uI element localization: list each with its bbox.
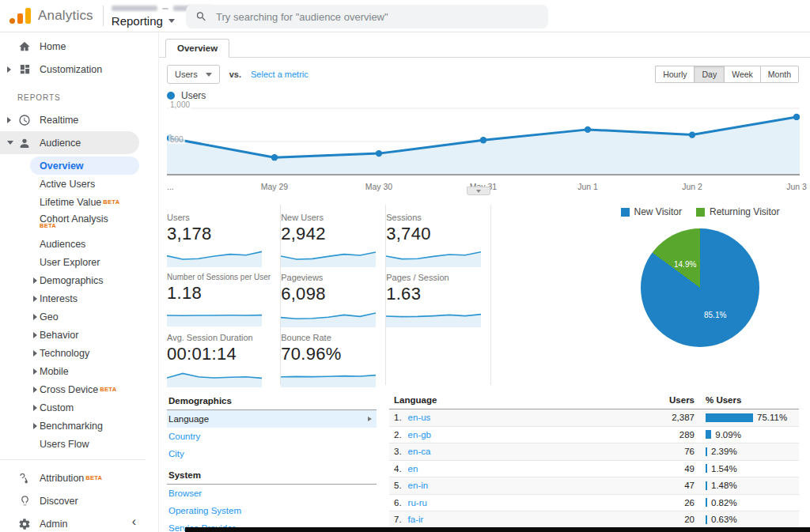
granularity-week-button[interactable]: Week xyxy=(724,66,760,83)
demo-item-operating-system[interactable]: Operating System xyxy=(167,502,377,519)
pct-label: 1.54% xyxy=(711,464,737,474)
legend-new-visitor: New Visitor xyxy=(621,206,682,217)
sidebar-item-user-explorer[interactable]: User Explorer xyxy=(0,253,158,271)
sidebar-item-label: Audience xyxy=(40,138,81,149)
demo-item-label: Browser xyxy=(168,489,202,498)
sidebar-item-technology[interactable]: Technology xyxy=(0,344,158,362)
language-link[interactable]: en-in xyxy=(408,481,429,490)
sidebar-item-attribution[interactable]: Attribution BETA xyxy=(0,466,158,489)
sidebar-item-geo[interactable]: Geo xyxy=(0,308,158,326)
sidebar-item-active-users[interactable]: Active Users xyxy=(0,175,158,193)
clock-icon xyxy=(17,113,32,127)
sparkline xyxy=(386,245,481,267)
table-row: 5.en-in 47 1.48% xyxy=(389,477,799,495)
granularity-day-button[interactable]: Day xyxy=(694,66,724,83)
sidebar-item-audiences[interactable]: Audiences xyxy=(0,235,158,253)
metric-card-users[interactable]: Users 3,178 xyxy=(167,205,281,265)
col-header-pct-users[interactable]: % Users xyxy=(706,395,799,405)
metric-card-bounce-rate[interactable]: Bounce Rate 70.96% xyxy=(281,325,386,385)
sidebar-item-demographics[interactable]: Demographics xyxy=(0,271,158,289)
lightbulb-icon xyxy=(17,494,32,508)
users-count: 20 xyxy=(625,515,695,524)
legend-swatch xyxy=(621,208,630,217)
users-count: 47 xyxy=(625,481,695,490)
tab-overview[interactable]: Overview xyxy=(165,39,229,58)
metric-card-pages-session[interactable]: Pages / Session 1.63 xyxy=(386,265,491,325)
language-link[interactable]: en-us xyxy=(408,413,431,422)
col-header-language[interactable]: Language xyxy=(389,395,625,405)
beta-badge: BETA xyxy=(103,198,119,206)
table-row: 1.en-us 2,387 75.11% xyxy=(389,409,799,427)
collapse-sidebar-icon[interactable]: ‹ xyxy=(132,515,136,529)
sidebar-item-cohort-analysis[interactable]: Cohort Analysis BETA xyxy=(0,211,158,235)
sidebar-item-label: Audiences xyxy=(40,239,85,250)
metric-dropdown-value: Users xyxy=(175,70,198,79)
col-header-users[interactable]: Users xyxy=(625,395,695,405)
row-rank: 5. xyxy=(394,481,402,490)
granularity-hourly-button[interactable]: Hourly xyxy=(655,66,694,83)
sidebar-item-label: Overview xyxy=(40,160,84,172)
language-link[interactable]: en-gb xyxy=(408,430,431,440)
metric-card-sessions-per-user[interactable]: Number of Sessions per User 1.18 xyxy=(167,265,281,325)
pct-label: 0.63% xyxy=(711,515,737,524)
caret-down-icon xyxy=(476,190,481,193)
metric-value: 2,942 xyxy=(281,224,376,244)
sparkline xyxy=(167,365,262,387)
sidebar-item-overview[interactable]: Overview xyxy=(30,157,139,175)
sidebar-item-customization[interactable]: Customization xyxy=(0,58,158,81)
sidebar-item-benchmarking[interactable]: Benchmarking xyxy=(0,417,158,435)
sidebar-item-interests[interactable]: Interests xyxy=(0,289,158,308)
metric-value: 00:01:14 xyxy=(167,344,271,364)
chart-controls: Users vs. Select a metric Hourly Day Wee… xyxy=(167,64,799,85)
sidebar-item-custom[interactable]: Custom xyxy=(0,398,158,417)
row-rank: 2. xyxy=(394,430,402,440)
users-line-chart[interactable]: 1,000 500 ...May 29May 30May 31Jun 1Jun … xyxy=(167,102,800,184)
search-input[interactable] xyxy=(216,11,539,23)
language-link[interactable]: fa-ir xyxy=(408,515,424,524)
sidebar-item-home[interactable]: Home xyxy=(0,35,158,58)
select-metric-link[interactable]: Select a metric xyxy=(251,70,308,79)
sidebar-item-realtime[interactable]: Realtime xyxy=(0,108,158,131)
language-link[interactable]: en xyxy=(408,464,418,474)
metric-card-empty xyxy=(386,325,491,385)
granularity-month-button[interactable]: Month xyxy=(760,66,799,83)
sidebar-item-discover[interactable]: Discover xyxy=(0,489,158,512)
visitor-pie-chart[interactable]: 14.9% 85.1% xyxy=(641,228,759,347)
demo-item-language[interactable]: Language xyxy=(167,410,377,428)
chevron-down-icon xyxy=(168,19,175,23)
collapse-chart-button[interactable] xyxy=(467,187,490,195)
analytics-logo-icon[interactable] xyxy=(9,8,31,24)
sidebar-item-cross-device[interactable]: Cross Device BETA xyxy=(0,380,158,398)
sidebar-item-users-flow[interactable]: Users Flow xyxy=(0,435,158,453)
users-count: 26 xyxy=(625,498,695,507)
metric-label: Avg. Session Duration xyxy=(167,333,271,342)
sidebar-item-lifetime-value[interactable]: Lifetime Value BETA xyxy=(0,193,158,211)
demo-item-city[interactable]: City xyxy=(167,445,377,462)
metric-label: Sessions xyxy=(386,213,481,222)
metric-card-pageviews[interactable]: Pageviews 6,098 xyxy=(281,265,386,325)
language-link[interactable]: en-ca xyxy=(408,447,431,456)
pie-legend: New Visitor Returning Visitor xyxy=(601,206,799,217)
sidebar-item-behavior[interactable]: Behavior xyxy=(0,326,158,344)
metric-cards: Users 3,178 New Users 2,942 Sessions 3,7… xyxy=(167,205,488,385)
sparkline xyxy=(386,305,481,327)
metric-card-new-users[interactable]: New Users 2,942 xyxy=(281,205,386,265)
sparkline xyxy=(167,304,262,326)
sparkline xyxy=(281,245,376,267)
row-rank: 3. xyxy=(394,447,402,456)
y-axis-tick: 500 xyxy=(168,135,185,144)
demo-item-country[interactable]: Country xyxy=(167,428,377,445)
sidebar-item-audience[interactable]: Audience xyxy=(0,131,139,154)
chevron-right-icon xyxy=(33,405,37,411)
chevron-down-icon xyxy=(7,141,13,145)
table-row: 4.en 49 1.54% xyxy=(389,461,799,478)
row-rank: 7. xyxy=(394,515,402,524)
metric-card-avg-session-duration[interactable]: Avg. Session Duration 00:01:14 xyxy=(167,325,281,385)
metric-card-sessions[interactable]: Sessions 3,740 xyxy=(386,205,491,265)
demo-item-browser[interactable]: Browser xyxy=(167,485,377,502)
metric-dropdown[interactable]: Users xyxy=(167,65,220,84)
search-bar[interactable] xyxy=(186,5,548,28)
sidebar-item-mobile[interactable]: Mobile xyxy=(0,362,158,380)
main-content: Overview Users vs. Select a metric Hourl… xyxy=(158,32,810,532)
language-link[interactable]: ru-ru xyxy=(408,498,427,507)
